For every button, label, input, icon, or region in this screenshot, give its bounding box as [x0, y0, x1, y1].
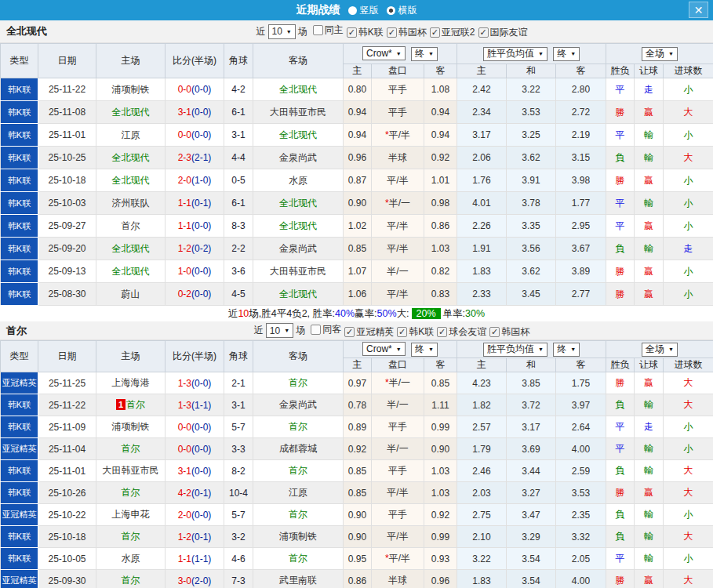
scope-select[interactable]: 全场▼	[642, 47, 678, 61]
odds-away: 0.92	[424, 504, 457, 526]
corner-score: 3-1	[224, 394, 253, 416]
section-header: 首尔 近 10 ▼ 场 同客✓亚冠精英✓韩K联✓球会友谊✓韩国杯	[0, 321, 713, 340]
filter-checkbox-同主[interactable]: 同主	[310, 24, 344, 37]
home-team: 大田韩亚市民	[96, 460, 166, 482]
home-team: 首尔	[96, 570, 166, 588]
matches-body: 亚冠精英25-11-25上海海港1-3(0-0)2-1首尔0.97*半/一0.8…	[1, 372, 713, 588]
bookmaker-select[interactable]: Crow*▼	[362, 46, 406, 60]
away-team-name: 首尔	[289, 465, 307, 476]
checkbox-label: 同客	[322, 323, 341, 336]
result-winloss: 平	[606, 192, 635, 215]
avg-draw: 3.45	[507, 283, 556, 306]
handicap-text: 半球	[388, 575, 407, 586]
match-date: 25-08-30	[38, 283, 96, 306]
match-count-select[interactable]: 10 ▼	[268, 24, 296, 39]
odds-away: 0.94	[424, 124, 457, 147]
home-team: 全北现代	[96, 169, 166, 192]
result-goals: 大	[664, 526, 713, 548]
avg-away: 2.80	[556, 78, 606, 101]
match-date: 25-11-22	[38, 78, 96, 101]
odds-home: 1.07	[344, 260, 372, 283]
layout-radio-vertical[interactable]: 竖版	[348, 4, 379, 17]
subcol-avg-draw: 和	[507, 64, 556, 78]
fulltime-score: 2-3	[178, 152, 191, 163]
final-select-2[interactable]: 终▼	[553, 47, 580, 61]
section-jeonbuk: 全北现代 近 10 ▼ 场 同主✓韩K联✓韩国杯✓亚冠联2✓国际友谊 类型 日期…	[0, 20, 713, 321]
away-team: 江原	[253, 482, 344, 504]
layout-radio-horizontal[interactable]: 横版	[387, 4, 417, 17]
avg-select[interactable]: 胜平负均值▼	[483, 47, 547, 61]
league-type: 韩K联	[1, 460, 38, 482]
summary-line: 近10场,胜4平4负2, 胜率:40% 赢率:50% 大:20% 单率:30%	[0, 306, 713, 321]
away-team-name: 浦项制铁	[279, 531, 317, 542]
col-score: 比分(半场)	[166, 341, 224, 372]
avg-home: 2.33	[457, 283, 507, 306]
handicap: 平/半	[372, 283, 424, 306]
halftime-score: (0-2)	[191, 243, 211, 254]
avg-draw: 3.53	[507, 101, 556, 124]
home-team-name: 济州联队	[112, 198, 150, 209]
filter-checkbox-同客[interactable]: 同客	[307, 323, 341, 336]
halftime-score: (0-0)	[191, 220, 211, 231]
checkbox-label: 亚冠联2	[442, 26, 475, 39]
corner-score: 3-3	[224, 438, 253, 460]
filter-checkbox-亚冠精英[interactable]: ✓亚冠精英	[341, 325, 394, 339]
filter-checkbox-亚冠联2[interactable]: ✓亚冠联2	[427, 26, 475, 39]
filter-checkbox-韩国杯[interactable]: ✓韩国杯	[384, 26, 427, 39]
final-select-2[interactable]: 终▼	[553, 343, 580, 357]
away-team-name: 大田韩亚市民	[270, 107, 326, 118]
scope-select[interactable]: 全场▼	[642, 343, 678, 357]
halftime-score: (1-1)	[191, 400, 211, 411]
league-type: 亚冠精英	[1, 372, 38, 394]
summary-part: 10	[238, 308, 249, 319]
avg-home: 4.01	[457, 192, 507, 215]
match-row: 韩K联25-09-20全北现代1-2(0-2)2-2金泉尚武0.85平/半1.0…	[1, 238, 713, 260]
checkbox-label: 韩K联	[409, 325, 434, 339]
filter-checkboxes: 同客✓亚冠精英✓韩K联✓球会友谊✓韩国杯	[307, 323, 529, 339]
odds-group-header: Crow*▼ 终▼	[344, 44, 457, 64]
final-select[interactable]: 终▼	[411, 47, 438, 61]
filter-checkbox-韩K联[interactable]: ✓韩K联	[344, 26, 384, 39]
close-button[interactable]: ✕	[689, 2, 708, 18]
result-handicap: 贏	[635, 260, 664, 283]
corner-score: 6-1	[224, 101, 253, 124]
result-winloss: 平	[606, 124, 635, 147]
checkbox-label: 韩国杯	[398, 26, 427, 39]
home-team: 全北现代	[96, 238, 166, 260]
filter-checkbox-国际友谊[interactable]: ✓国际友谊	[475, 26, 528, 39]
home-team: 首尔	[96, 526, 166, 548]
col-type: 类型	[1, 44, 38, 78]
match-count-select[interactable]: 10 ▼	[266, 323, 293, 338]
final-select[interactable]: 终▼	[411, 343, 438, 357]
checkbox-icon: ✓	[437, 327, 447, 337]
avg-select[interactable]: 胜平负均值▼	[483, 343, 547, 357]
away-team-name: 金泉尚武	[279, 399, 317, 410]
result-winloss: 平	[606, 438, 635, 460]
home-team-name: 首尔	[122, 575, 140, 586]
checkbox-label: 韩国杯	[501, 325, 529, 339]
handicap-text: 平手	[388, 421, 407, 432]
halftime-score: (1-0)	[191, 175, 211, 186]
corner-score: 4-4	[224, 147, 253, 169]
filter-checkbox-球会友谊[interactable]: ✓球会友谊	[434, 325, 486, 339]
checkbox-icon: ✓	[344, 327, 355, 337]
chevron-down-icon: ▼	[428, 51, 434, 56]
bookmaker-select[interactable]: Crow*▼	[362, 342, 406, 356]
league-type: 韩K联	[1, 147, 38, 169]
corner-score: 4-2	[224, 78, 253, 101]
away-team: 首尔	[253, 460, 344, 482]
handicap: 平手	[372, 504, 424, 526]
filter-checkbox-韩国杯[interactable]: ✓韩国杯	[486, 325, 529, 339]
score: 0-0(0-0)	[166, 78, 224, 101]
halftime-score: (0-0)	[191, 289, 211, 299]
fulltime-score: 1-0	[178, 266, 191, 277]
match-row: 韩K联25-11-22浦项制铁0-0(0-0)4-2全北现代0.80平手1.08…	[1, 78, 713, 101]
league-type: 韩K联	[1, 215, 38, 238]
home-team-name: 首尔	[122, 487, 140, 498]
filter-checkbox-韩K联[interactable]: ✓韩K联	[394, 325, 434, 339]
fulltime-score: 1-2	[178, 243, 191, 254]
league-type: 韩K联	[1, 482, 38, 504]
match-row: 亚冠精英25-10-22上海申花2-0(0-0)5-7首尔0.90平手0.922…	[1, 504, 713, 526]
home-team: 首尔	[96, 215, 166, 238]
fulltime-score: 1-1	[178, 554, 191, 564]
